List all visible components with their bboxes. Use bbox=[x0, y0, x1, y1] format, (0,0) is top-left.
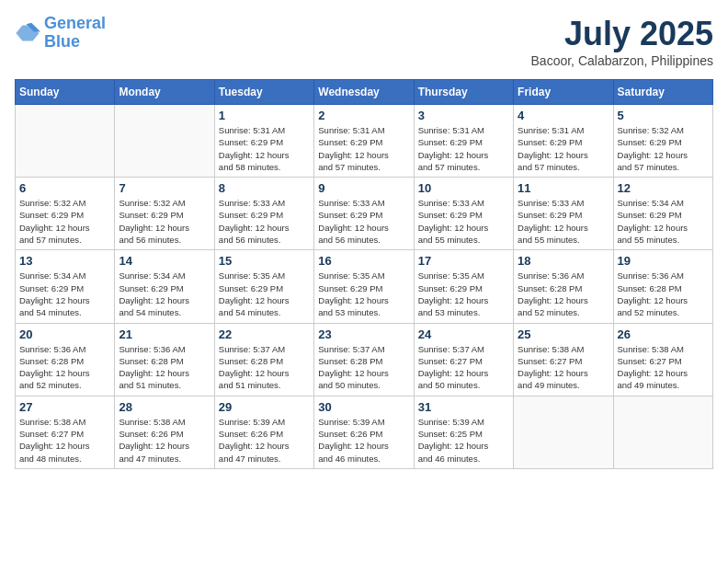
day-info: Sunrise: 5:37 AM Sunset: 6:27 PM Dayligh… bbox=[418, 343, 509, 392]
day-info: Sunrise: 5:34 AM Sunset: 6:29 PM Dayligh… bbox=[618, 197, 709, 246]
day-number: 29 bbox=[219, 400, 310, 414]
day-number: 4 bbox=[518, 109, 609, 122]
day-info: Sunrise: 5:32 AM Sunset: 6:29 PM Dayligh… bbox=[119, 197, 210, 246]
calendar-cell: 2Sunrise: 5:31 AM Sunset: 6:29 PM Daylig… bbox=[314, 105, 414, 178]
logo: GeneralBlue bbox=[15, 15, 106, 52]
calendar-cell: 15Sunrise: 5:35 AM Sunset: 6:29 PM Dayli… bbox=[214, 250, 313, 323]
day-number: 18 bbox=[518, 254, 609, 268]
calendar-cell bbox=[613, 396, 712, 468]
calendar-week-row: 20Sunrise: 5:36 AM Sunset: 6:28 PM Dayli… bbox=[16, 323, 713, 396]
day-number: 15 bbox=[219, 254, 310, 268]
day-info: Sunrise: 5:36 AM Sunset: 6:28 PM Dayligh… bbox=[119, 343, 210, 392]
calendar-cell: 17Sunrise: 5:35 AM Sunset: 6:29 PM Dayli… bbox=[414, 250, 513, 323]
weekday-header: Tuesday bbox=[214, 80, 313, 105]
calendar-cell: 16Sunrise: 5:35 AM Sunset: 6:29 PM Dayli… bbox=[314, 250, 414, 323]
calendar-week-row: 1Sunrise: 5:31 AM Sunset: 6:29 PM Daylig… bbox=[16, 105, 713, 178]
calendar-cell: 11Sunrise: 5:33 AM Sunset: 6:29 PM Dayli… bbox=[514, 178, 613, 250]
calendar-week-row: 13Sunrise: 5:34 AM Sunset: 6:29 PM Dayli… bbox=[16, 250, 713, 323]
calendar-cell: 21Sunrise: 5:36 AM Sunset: 6:28 PM Dayli… bbox=[115, 323, 214, 396]
day-number: 31 bbox=[418, 400, 509, 414]
day-info: Sunrise: 5:32 AM Sunset: 6:29 PM Dayligh… bbox=[19, 197, 110, 246]
day-number: 12 bbox=[618, 181, 709, 195]
calendar-cell: 8Sunrise: 5:33 AM Sunset: 6:29 PM Daylig… bbox=[214, 178, 313, 250]
day-info: Sunrise: 5:31 AM Sunset: 6:29 PM Dayligh… bbox=[219, 124, 310, 173]
calendar-cell: 19Sunrise: 5:36 AM Sunset: 6:28 PM Dayli… bbox=[613, 250, 712, 323]
day-info: Sunrise: 5:37 AM Sunset: 6:28 PM Dayligh… bbox=[219, 343, 310, 392]
day-info: Sunrise: 5:31 AM Sunset: 6:29 PM Dayligh… bbox=[418, 124, 509, 173]
day-number: 23 bbox=[318, 327, 409, 341]
day-number: 25 bbox=[518, 327, 609, 341]
calendar-cell: 30Sunrise: 5:39 AM Sunset: 6:26 PM Dayli… bbox=[314, 396, 414, 468]
day-number: 22 bbox=[219, 327, 310, 341]
day-number: 24 bbox=[418, 327, 509, 341]
day-number: 20 bbox=[19, 327, 110, 341]
calendar-cell bbox=[115, 105, 214, 178]
calendar-cell: 7Sunrise: 5:32 AM Sunset: 6:29 PM Daylig… bbox=[115, 178, 214, 250]
day-info: Sunrise: 5:38 AM Sunset: 6:27 PM Dayligh… bbox=[518, 343, 609, 392]
day-info: Sunrise: 5:36 AM Sunset: 6:28 PM Dayligh… bbox=[19, 343, 110, 392]
day-info: Sunrise: 5:35 AM Sunset: 6:29 PM Dayligh… bbox=[219, 270, 310, 318]
day-info: Sunrise: 5:38 AM Sunset: 6:27 PM Dayligh… bbox=[19, 416, 110, 465]
calendar-cell: 20Sunrise: 5:36 AM Sunset: 6:28 PM Dayli… bbox=[16, 323, 115, 396]
day-info: Sunrise: 5:34 AM Sunset: 6:29 PM Dayligh… bbox=[119, 270, 210, 318]
day-number: 11 bbox=[518, 181, 609, 195]
calendar-cell: 23Sunrise: 5:37 AM Sunset: 6:28 PM Dayli… bbox=[314, 323, 414, 396]
day-number: 26 bbox=[618, 327, 709, 341]
day-info: Sunrise: 5:38 AM Sunset: 6:26 PM Dayligh… bbox=[119, 416, 210, 465]
day-info: Sunrise: 5:36 AM Sunset: 6:28 PM Dayligh… bbox=[518, 270, 609, 318]
day-info: Sunrise: 5:33 AM Sunset: 6:29 PM Dayligh… bbox=[418, 197, 509, 246]
day-number: 8 bbox=[219, 181, 310, 195]
weekday-header: Saturday bbox=[613, 80, 712, 105]
location: Bacoor, Calabarzon, Philippines bbox=[531, 53, 713, 68]
calendar-cell: 3Sunrise: 5:31 AM Sunset: 6:29 PM Daylig… bbox=[414, 105, 513, 178]
month-title: July 2025 bbox=[531, 15, 713, 53]
day-info: Sunrise: 5:31 AM Sunset: 6:29 PM Dayligh… bbox=[518, 124, 609, 173]
day-number: 7 bbox=[119, 181, 210, 195]
calendar-cell: 22Sunrise: 5:37 AM Sunset: 6:28 PM Dayli… bbox=[214, 323, 313, 396]
day-number: 10 bbox=[418, 181, 509, 195]
day-number: 2 bbox=[318, 109, 409, 122]
day-info: Sunrise: 5:36 AM Sunset: 6:28 PM Dayligh… bbox=[618, 270, 709, 318]
calendar-cell: 9Sunrise: 5:33 AM Sunset: 6:29 PM Daylig… bbox=[314, 178, 414, 250]
calendar-cell: 18Sunrise: 5:36 AM Sunset: 6:28 PM Dayli… bbox=[514, 250, 613, 323]
calendar-cell: 27Sunrise: 5:38 AM Sunset: 6:27 PM Dayli… bbox=[16, 396, 115, 468]
calendar-cell bbox=[514, 396, 613, 468]
calendar-cell: 4Sunrise: 5:31 AM Sunset: 6:29 PM Daylig… bbox=[514, 105, 613, 178]
weekday-header: Sunday bbox=[16, 80, 115, 105]
day-number: 5 bbox=[618, 109, 709, 122]
calendar-cell: 13Sunrise: 5:34 AM Sunset: 6:29 PM Dayli… bbox=[16, 250, 115, 323]
weekday-header-row: SundayMondayTuesdayWednesdayThursdayFrid… bbox=[16, 80, 713, 105]
logo-icon bbox=[15, 20, 40, 46]
calendar-week-row: 6Sunrise: 5:32 AM Sunset: 6:29 PM Daylig… bbox=[16, 178, 713, 250]
weekday-header: Wednesday bbox=[314, 80, 414, 105]
day-info: Sunrise: 5:35 AM Sunset: 6:29 PM Dayligh… bbox=[418, 270, 509, 318]
day-info: Sunrise: 5:33 AM Sunset: 6:29 PM Dayligh… bbox=[219, 197, 310, 246]
calendar-cell bbox=[16, 105, 115, 178]
day-info: Sunrise: 5:37 AM Sunset: 6:28 PM Dayligh… bbox=[318, 343, 409, 392]
day-number: 30 bbox=[318, 400, 409, 414]
day-info: Sunrise: 5:39 AM Sunset: 6:26 PM Dayligh… bbox=[219, 416, 310, 465]
day-number: 9 bbox=[318, 181, 409, 195]
day-number: 21 bbox=[119, 327, 210, 341]
calendar-cell: 28Sunrise: 5:38 AM Sunset: 6:26 PM Dayli… bbox=[115, 396, 214, 468]
day-number: 16 bbox=[318, 254, 409, 268]
day-number: 17 bbox=[418, 254, 509, 268]
day-info: Sunrise: 5:39 AM Sunset: 6:26 PM Dayligh… bbox=[318, 416, 409, 465]
day-info: Sunrise: 5:32 AM Sunset: 6:29 PM Dayligh… bbox=[618, 124, 709, 173]
weekday-header: Friday bbox=[514, 80, 613, 105]
calendar-cell: 26Sunrise: 5:38 AM Sunset: 6:27 PM Dayli… bbox=[613, 323, 712, 396]
calendar-cell: 24Sunrise: 5:37 AM Sunset: 6:27 PM Dayli… bbox=[414, 323, 513, 396]
calendar-cell: 6Sunrise: 5:32 AM Sunset: 6:29 PM Daylig… bbox=[16, 178, 115, 250]
calendar-cell: 10Sunrise: 5:33 AM Sunset: 6:29 PM Dayli… bbox=[414, 178, 513, 250]
calendar-cell: 31Sunrise: 5:39 AM Sunset: 6:25 PM Dayli… bbox=[414, 396, 513, 468]
day-number: 19 bbox=[618, 254, 709, 268]
day-number: 28 bbox=[119, 400, 210, 414]
day-info: Sunrise: 5:33 AM Sunset: 6:29 PM Dayligh… bbox=[518, 197, 609, 246]
logo-text: GeneralBlue bbox=[44, 15, 106, 52]
calendar: SundayMondayTuesdayWednesdayThursdayFrid… bbox=[15, 79, 713, 469]
day-number: 1 bbox=[219, 109, 310, 122]
day-info: Sunrise: 5:38 AM Sunset: 6:27 PM Dayligh… bbox=[618, 343, 709, 392]
calendar-cell: 25Sunrise: 5:38 AM Sunset: 6:27 PM Dayli… bbox=[514, 323, 613, 396]
day-number: 13 bbox=[19, 254, 110, 268]
calendar-cell: 29Sunrise: 5:39 AM Sunset: 6:26 PM Dayli… bbox=[214, 396, 313, 468]
